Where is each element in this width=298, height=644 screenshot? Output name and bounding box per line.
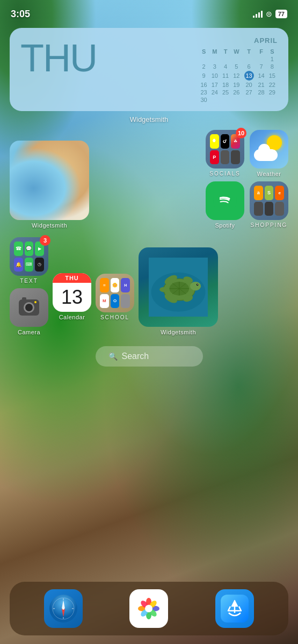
cal-cell <box>242 96 256 104</box>
shop-mini-icon-5 <box>265 202 274 216</box>
spotify-app-icon[interactable]: Spotify <box>206 181 244 229</box>
cal-cell: 28 <box>256 89 267 96</box>
turtle-widgetsmith-label: Widgetsmith <box>161 329 196 335</box>
status-bar: 3:05 ⊜ 77 <box>0 0 298 24</box>
widgetsmith-label-1: Widgetsmith <box>10 115 288 123</box>
safari-logo <box>49 595 77 623</box>
svg-point-16 <box>159 287 168 292</box>
search-bar-wrap: 🔍 Search <box>10 346 288 367</box>
cal-cell: 16 <box>199 81 209 89</box>
cal-cell <box>209 55 220 63</box>
calendar-app-header: THU <box>53 273 91 283</box>
widgetsmith-photo[interactable] <box>10 141 89 220</box>
cal-header-t: T <box>220 48 231 55</box>
text-folder[interactable]: ☎ 💬 ▶ 🔔 ⌨ <box>10 237 48 284</box>
photos-logo <box>135 595 163 623</box>
phone-mini-icon: ☎ <box>14 241 23 256</box>
shopping-label: SHOPPING <box>251 222 288 228</box>
wifi-icon: ⊜ <box>266 10 272 18</box>
camera-app[interactable] <box>10 288 48 327</box>
cal-cell: 1 <box>267 55 278 63</box>
cal-cell: 9 <box>199 70 209 81</box>
spotify-app[interactable] <box>206 181 244 220</box>
cal-cell: 30 <box>199 96 209 104</box>
appstore-app[interactable] <box>215 589 254 628</box>
camera-lens <box>24 302 34 313</box>
socials-folder[interactable]: ☘ P 10 SOCIALS <box>206 130 244 177</box>
socials-badge: 10 <box>236 128 246 138</box>
cal-cell: 25 <box>220 89 231 96</box>
school-extra-icon <box>121 294 130 309</box>
cal-cell: 6 <box>242 63 256 70</box>
shopping-folder[interactable]: a S e SHOPPING <box>250 181 288 229</box>
cal-cell: 15 <box>267 70 278 81</box>
cal-cell <box>242 55 256 63</box>
shopify-mini-icon: S <box>265 186 274 200</box>
socials-label: SOCIALS <box>209 171 240 177</box>
calendar-app[interactable]: THU 13 <box>53 273 91 312</box>
photos-app[interactable] <box>129 589 168 628</box>
weather-app[interactable] <box>250 130 288 169</box>
cal-cell: 18 <box>220 81 231 89</box>
beach-photo-image <box>10 141 89 220</box>
camera-app-icon[interactable]: Camera <box>10 288 48 335</box>
search-placeholder: Search <box>122 352 149 361</box>
spotify-label: Spotify <box>215 222 235 229</box>
appstore-dock-icon[interactable] <box>215 589 254 628</box>
cal-cell <box>220 96 231 104</box>
safari-dock-icon[interactable] <box>44 589 83 628</box>
svg-point-35 <box>145 605 152 612</box>
cal-cell <box>231 96 242 104</box>
cal-cell: 3 <box>209 63 220 70</box>
calendar-grid: S M T W T F S <box>199 48 278 104</box>
safari-app[interactable] <box>44 589 83 628</box>
photos-mini-icon: 🌼 <box>111 278 120 292</box>
battery-icon: 77 <box>275 10 287 18</box>
cal-cell: 12 <box>231 70 242 81</box>
calendar-app-icon[interactable]: THU 13 Calendar <box>53 273 91 320</box>
extra-mini-icon-2 <box>231 150 240 165</box>
messages-mini-icon: 💬 <box>25 241 34 256</box>
svg-point-9 <box>190 282 201 291</box>
calendar-label: Calendar <box>59 314 85 320</box>
app-row-1: Widgetsmith <box>10 130 288 229</box>
calendar-widget[interactable]: THU APRIL S M T W T F S <box>10 28 288 111</box>
turtle-widget-icon[interactable] <box>139 247 218 327</box>
cal-header-t2: T <box>242 48 256 55</box>
widgetsmith-photo-label: Widgetsmith <box>32 222 67 229</box>
calendar-app-date: 13 <box>53 283 91 312</box>
weather-cloud <box>254 149 278 161</box>
hyper-mini-icon: H <box>121 278 130 292</box>
school-folder[interactable]: = 🌼 H M O SCHOOL <box>96 274 134 320</box>
photos-dock-icon[interactable] <box>129 589 168 628</box>
cal-header-w: W <box>231 48 242 55</box>
cal-header-s: S <box>199 48 209 55</box>
svg-point-11 <box>197 284 198 284</box>
cal-cell <box>231 55 242 63</box>
shopping-folder-icon[interactable]: a S e <box>250 181 288 220</box>
gmail-mini-icon: M <box>100 294 109 309</box>
cal-cell <box>220 55 231 63</box>
cal-cell: 4 <box>220 63 231 70</box>
search-bar[interactable]: 🔍 Search <box>96 346 203 367</box>
cal-cell: 27 <box>242 89 256 96</box>
dock <box>10 582 288 635</box>
text-label: TEXT <box>20 278 38 284</box>
cal-cell: 17 <box>209 81 220 89</box>
weather-label: Weather <box>257 171 281 177</box>
school-folder-icon[interactable]: = 🌼 H M O <box>96 274 134 312</box>
cal-cell: 24 <box>209 89 220 96</box>
outlook-mini-icon: O <box>111 294 120 309</box>
weather-app-icon[interactable]: Weather <box>250 130 288 177</box>
cal-cell: 2 <box>199 63 209 70</box>
cal-cell: 5 <box>231 63 242 70</box>
cal-header-m: M <box>209 48 220 55</box>
widgetsmith-photo-widget[interactable]: Widgetsmith <box>10 141 89 229</box>
calendar-month-label: APRIL <box>199 36 278 45</box>
calc-mini-icon: = <box>100 278 109 292</box>
turtle-widget[interactable]: Widgetsmith <box>139 247 218 335</box>
maps-mini-icon: ⌨ <box>25 258 34 272</box>
cal-cell: 23 <box>199 89 209 96</box>
battery-level: 77 <box>278 11 285 17</box>
cal-today: 13 <box>244 71 254 80</box>
